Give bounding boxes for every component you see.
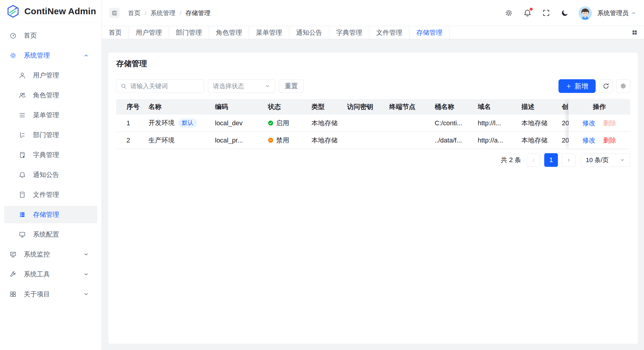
sidebar-item-dictionary[interactable]: 字典管理 (4, 146, 97, 164)
sidebar-item-notices[interactable]: 通知公告 (4, 166, 97, 183)
monitor-icon (19, 231, 26, 238)
edit-link[interactable]: 修改 (583, 136, 596, 145)
cell-name: 生产环境 (148, 136, 215, 145)
cell-bucket: ../data/f... (435, 137, 478, 144)
menu-lines-icon (19, 112, 26, 119)
col-header-code: 编码 (215, 102, 268, 111)
table-row: 1 开发环境 默认 local_dev 启用 本地存储 (116, 115, 630, 132)
col-header-name: 名称 (148, 102, 215, 111)
add-button[interactable]: 新增 (558, 79, 596, 93)
table-scroll-area: 序号 名称 编码 状态 类型 访问密钥 终端节点 桶名称 域名 描述 创 (116, 99, 630, 149)
reset-button[interactable]: 重置 (279, 79, 304, 93)
sidebar-item-system-config[interactable]: 系统配置 (4, 226, 97, 243)
search-box (116, 79, 204, 93)
next-page-button[interactable] (562, 153, 575, 167)
page-number-current[interactable]: 1 (544, 153, 558, 167)
username[interactable]: 系统管理员 (597, 9, 629, 17)
search-input[interactable] (130, 83, 211, 90)
sidebar-item-departments[interactable]: 部门管理 (4, 126, 97, 144)
col-header-no: 序号 (116, 102, 148, 111)
tab-bar: 首页 用户管理 部门管理 角色管理 菜单管理 通知公告 字典管理 文件管理 存储… (102, 26, 644, 39)
page-size-select[interactable]: 10 条/页 (581, 153, 630, 167)
cell-description: 本地存储 (521, 119, 562, 128)
content-area: 存储管理 请选择状态 重置 新增 (102, 39, 644, 350)
col-header-type: 类型 (311, 102, 347, 111)
tab-actions-grid-icon[interactable] (632, 29, 638, 36)
tab-departments[interactable]: 部门管理 (169, 26, 209, 39)
settings-button[interactable] (505, 9, 513, 17)
previous-page-button[interactable] (527, 153, 540, 167)
chevron-down-icon (265, 83, 270, 89)
status-enabled-icon (268, 120, 273, 126)
breadcrumb-home[interactable]: 首页 (128, 9, 140, 17)
tab-home[interactable]: 首页 (102, 26, 129, 39)
refresh-icon (603, 83, 609, 89)
gear-icon (620, 83, 626, 89)
cell-bucket: C:/conti... (435, 119, 478, 127)
sidebar-item-label: 系统监控 (24, 250, 83, 259)
sidebar-item-system-management[interactable]: 系统管理 (4, 47, 97, 64)
tab-roles[interactable]: 角色管理 (209, 26, 249, 39)
row-actions: 修改 删除 (569, 132, 630, 149)
cell-code: local_pr... (215, 137, 268, 144)
notifications-button[interactable] (523, 9, 531, 17)
users-icon (19, 92, 26, 99)
tab-menus[interactable]: 菜单管理 (249, 26, 289, 39)
sidebar-item-about[interactable]: 关于项目 (4, 286, 97, 303)
col-header-status: 状态 (268, 102, 311, 111)
storage-table: 序号 名称 编码 状态 类型 访问密钥 终端节点 桶名称 域名 描述 创 (116, 99, 630, 149)
tab-notices[interactable]: 通知公告 (289, 26, 329, 39)
pagination: 共 2 条 1 10 条/页 (116, 153, 630, 167)
sidebar-item-menus[interactable]: 菜单管理 (4, 107, 97, 124)
breadcrumb-separator: / (180, 9, 181, 17)
tab-storage[interactable]: 存储管理 (409, 26, 450, 39)
tab-files[interactable]: 文件管理 (369, 26, 409, 39)
storage-name: 开发环境 (148, 118, 175, 127)
sidebar-item-storage[interactable]: 存储管理 (4, 206, 97, 223)
sidebar-item-files[interactable]: 文件管理 (4, 186, 97, 203)
col-header-description: 描述 (521, 102, 562, 111)
top-header: 首页 / 系统管理 / 存储管理 系统管理员 (102, 0, 644, 26)
storage-card: 存储管理 请选择状态 重置 新增 (108, 53, 638, 344)
delete-link[interactable]: 删除 (603, 136, 616, 145)
menu-fold-icon (111, 10, 118, 16)
sidebar-item-label: 菜单管理 (33, 111, 89, 120)
sidebar-item-system-tools[interactable]: 系统工具 (4, 266, 97, 283)
sidebar-item-users[interactable]: 用户管理 (4, 67, 97, 84)
status-select-placeholder: 请选择状态 (213, 82, 244, 90)
notification-dot (530, 8, 533, 11)
sidebar-item-label: 通知公告 (33, 170, 89, 179)
dark-mode-toggle[interactable] (561, 9, 569, 17)
table-settings-button[interactable] (616, 79, 630, 93)
sidebar-collapse-button[interactable] (109, 8, 120, 18)
sidebar: ContiNew Admin 首页 系统管理 用户管理 角色管理 (0, 0, 102, 350)
avatar[interactable] (578, 6, 592, 20)
pagination-total: 共 2 条 (501, 156, 521, 164)
wrench-icon (10, 271, 17, 278)
col-header-endpoint: 终端节点 (389, 102, 435, 111)
edit-link[interactable]: 修改 (583, 119, 596, 128)
tab-users[interactable]: 用户管理 (129, 26, 169, 39)
row-actions: 修改 删除 (569, 115, 630, 132)
file-icon (19, 191, 26, 198)
sidebar-item-system-monitor[interactable]: 系统监控 (4, 246, 97, 263)
sidebar-item-label: 系统配置 (33, 230, 89, 239)
fullscreen-button[interactable] (542, 9, 550, 17)
status-label: 禁用 (276, 136, 289, 145)
cell-domain: http://a... (478, 137, 521, 144)
chevron-down-icon[interactable] (631, 10, 636, 16)
dictionary-icon (19, 151, 26, 159)
chevron-left-icon (531, 158, 536, 163)
page-size-value: 10 条/页 (586, 156, 609, 164)
table-row: 2 生产环境 local_pr... 禁用 本地存储 (116, 132, 630, 149)
sidebar-item-home[interactable]: 首页 (4, 27, 97, 44)
breadcrumb-system[interactable]: 系统管理 (151, 9, 175, 17)
status-select[interactable]: 请选择状态 (208, 79, 275, 93)
col-header-domain: 域名 (478, 102, 521, 111)
tab-dictionary[interactable]: 字典管理 (329, 26, 369, 39)
chevron-down-icon (83, 251, 89, 257)
sidebar-item-roles[interactable]: 角色管理 (4, 87, 97, 104)
moon-icon (561, 9, 569, 17)
refresh-button[interactable] (599, 79, 613, 93)
plus-icon (566, 83, 572, 89)
